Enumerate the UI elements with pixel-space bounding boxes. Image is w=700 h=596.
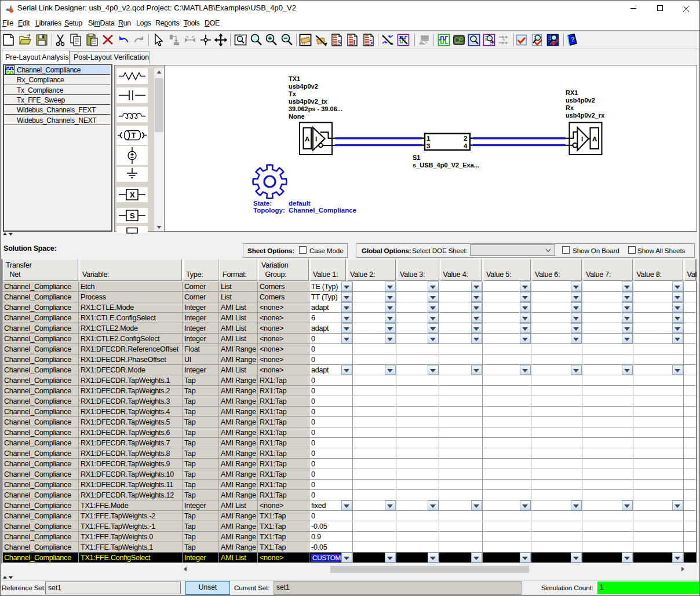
svg-text:T: T <box>132 131 136 140</box>
svg-text:4: 4 <box>464 142 468 149</box>
svg-text:?: ? <box>571 36 575 43</box>
svg-text:1: 1 <box>426 135 431 142</box>
svg-text:I: I <box>581 136 583 142</box>
svg-text:S: S <box>490 39 493 46</box>
svg-text:I: I <box>353 38 356 46</box>
svg-text:S: S <box>130 211 135 220</box>
svg-text:3: 3 <box>426 142 430 149</box>
svg-text:A: A <box>592 136 597 142</box>
svg-text:2: 2 <box>464 135 467 142</box>
svg-text:S: S <box>337 38 341 46</box>
svg-text:5: 5 <box>369 38 373 46</box>
svg-text:A: A <box>305 136 309 142</box>
svg-text:I: I <box>315 136 317 142</box>
svg-text:X: X <box>130 191 135 199</box>
